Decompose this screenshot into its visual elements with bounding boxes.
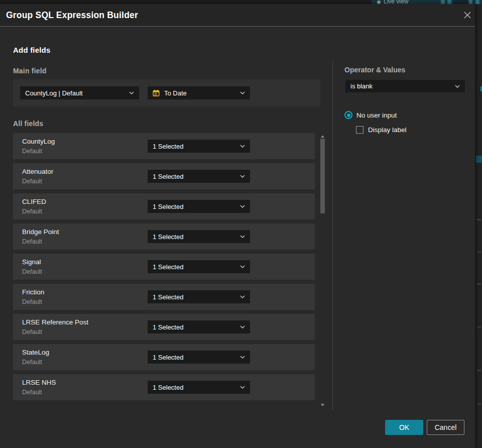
selection-value: 1 Selected — [153, 323, 183, 331]
checkbox-unchecked-icon — [356, 126, 364, 134]
toolbar-fragment — [447, 0, 451, 4]
field-subtitle: Default — [22, 148, 42, 155]
selection-value: 1 Selected — [153, 263, 183, 271]
background-fragment — [477, 283, 481, 285]
no-user-input-label: No user input — [356, 111, 397, 119]
selection-value: 1 Selected — [153, 384, 183, 391]
display-label-checkbox[interactable]: Display label — [356, 126, 407, 134]
operator-dropdown[interactable]: is blank — [345, 80, 465, 92]
main-field-panel: CountyLog | Default To Date — [13, 79, 320, 106]
field-row: StateLog Default 1 Selected — [13, 344, 315, 370]
operator-values-label: Operator & Values — [344, 66, 405, 74]
field-selection-dropdown[interactable]: 1 Selected — [148, 320, 250, 333]
live-view-dot-icon — [377, 1, 381, 4]
field-subtitle: Default — [22, 268, 42, 275]
chevron-down-icon — [240, 175, 245, 178]
live-view-label: Live view — [384, 0, 408, 4]
scrollbar-down-arrow[interactable] — [320, 403, 325, 406]
chevron-down-icon — [240, 386, 245, 389]
field-name: StateLog — [22, 349, 49, 356]
all-fields-label: All fields — [13, 120, 43, 128]
vertical-divider — [332, 61, 333, 410]
chevron-down-icon — [240, 145, 245, 148]
selection-value: 1 Selected — [153, 293, 183, 301]
field-row: CLIFED Default 1 Selected — [13, 193, 315, 219]
chevron-down-icon — [240, 91, 245, 94]
field-subtitle: Default — [22, 389, 42, 396]
background-fragment — [477, 326, 481, 328]
field-selection-dropdown[interactable]: 1 Selected — [148, 351, 250, 364]
triangle-down-icon — [321, 404, 324, 406]
background-fragment — [476, 156, 482, 163]
field-selection-dropdown[interactable]: 1 Selected — [148, 140, 250, 153]
close-button[interactable] — [461, 9, 473, 21]
triangle-up-icon — [321, 135, 324, 138]
date-dropdown-value: To Date — [164, 89, 187, 97]
background-app-top-edge: Live view — [0, 0, 482, 4]
toolbar-fragment — [469, 0, 472, 4]
field-name: LRSE NHS — [22, 379, 56, 386]
field-row: LRSE NHS Default 1 Selected — [13, 374, 315, 400]
background-fragment — [477, 251, 481, 253]
field-name: CLIFED — [22, 198, 46, 205]
chevron-down-icon — [240, 356, 245, 359]
chevron-down-icon — [455, 85, 460, 88]
background-fragment — [477, 403, 481, 405]
field-selection-dropdown[interactable]: 1 Selected — [148, 200, 250, 213]
chevron-down-icon — [240, 205, 245, 208]
background-fragment — [477, 219, 481, 220]
field-subtitle: Default — [22, 208, 42, 215]
field-selection-dropdown[interactable]: 1 Selected — [148, 260, 250, 273]
no-user-input-radio[interactable]: No user input — [344, 111, 397, 119]
date-field-dropdown[interactable]: To Date — [148, 86, 250, 99]
field-subtitle: Default — [22, 178, 42, 185]
scrollbar-thumb[interactable] — [320, 139, 325, 213]
field-row: Signal Default 1 Selected — [13, 254, 315, 280]
display-label-label: Display label — [368, 126, 407, 134]
field-row: Bridge Point Default 1 Selected — [13, 223, 315, 250]
chevron-down-icon — [129, 91, 134, 94]
field-name: Attenuator — [22, 168, 53, 175]
toolbar-fragment — [453, 0, 467, 4]
selection-value: 1 Selected — [153, 173, 183, 180]
field-name: Signal — [22, 258, 41, 266]
field-selection-dropdown[interactable]: 1 Selected — [148, 381, 250, 394]
dialog-header: Group SQL Expression Builder — [0, 4, 475, 27]
field-subtitle: Default — [22, 359, 42, 366]
dialog-title: Group SQL Expression Builder — [6, 4, 138, 26]
background-fragment — [477, 370, 481, 371]
close-icon — [463, 11, 471, 19]
background-app-right-edge — [475, 4, 482, 448]
field-row: CountyLog Default 1 Selected — [13, 133, 315, 159]
group-sql-expression-builder-dialog: Group SQL Expression Builder Add fields … — [0, 4, 475, 448]
field-subtitle: Default — [22, 238, 42, 245]
main-field-dropdown[interactable]: CountyLog | Default — [20, 86, 139, 99]
field-selection-dropdown[interactable]: 1 Selected — [148, 290, 250, 303]
field-name: LRSE Reference Post — [22, 318, 88, 326]
live-view-button-fragment: Live view — [372, 0, 482, 4]
chevron-down-icon — [240, 295, 245, 298]
field-row: Friction Default 1 Selected — [13, 284, 315, 310]
ok-button[interactable]: OK — [385, 420, 423, 435]
field-selection-dropdown[interactable]: 1 Selected — [148, 230, 250, 243]
chevron-down-icon — [240, 265, 245, 268]
cancel-button[interactable]: Cancel — [427, 420, 464, 435]
field-selection-dropdown[interactable]: 1 Selected — [148, 170, 250, 183]
main-field-label: Main field — [13, 67, 47, 75]
field-name: CountyLog — [22, 138, 55, 145]
field-subtitle: Default — [22, 298, 42, 305]
selection-value: 1 Selected — [153, 143, 183, 150]
main-field-dropdown-value: CountyLog | Default — [25, 89, 83, 97]
field-name: Friction — [22, 288, 44, 296]
chevron-down-icon — [240, 325, 245, 328]
field-row: LRSE Reference Post Default 1 Selected — [13, 314, 315, 340]
field-subtitle: Default — [22, 328, 42, 335]
scrollbar-up-arrow[interactable] — [320, 135, 325, 138]
calendar-icon — [153, 89, 160, 96]
chevron-down-icon — [240, 235, 245, 238]
field-name: Bridge Point — [22, 228, 59, 236]
add-fields-heading: Add fields — [13, 46, 51, 54]
field-row: Attenuator Default 1 Selected — [13, 163, 315, 189]
operator-dropdown-value: is blank — [350, 82, 373, 90]
selection-value: 1 Selected — [153, 354, 183, 361]
